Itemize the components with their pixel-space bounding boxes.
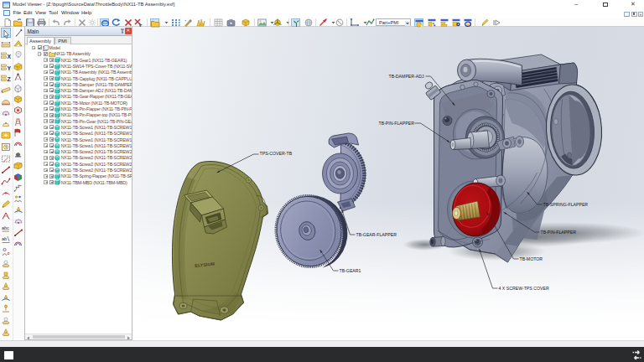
svg-text:TPS-COVER-TB: TPS-COVER-TB [259,151,292,156]
svg-text:X: X [8,54,12,59]
svg-text:TB-SPRING-FLAPPER: TB-SPRING-FLAPPER [543,202,588,207]
svg-text:TB-GEAR-FLAPPER: TB-GEAR-FLAPPER [356,232,397,237]
svg-text:o: o [8,251,10,256]
svg-text:Z: Z [8,76,12,82]
svg-text:TB-DAMPER-ADJ: TB-DAMPER-ADJ [388,74,423,79]
svg-text:TB-PIN-FLAPPER: TB-PIN-FLAPPER [540,230,576,235]
svg-text:TB-GEAR1: TB-GEAR1 [339,268,361,273]
svg-text:ab: ab [2,236,7,241]
svg-text:TB-MOTOR: TB-MOTOR [519,256,543,261]
svg-text:abc: abc [2,225,9,230]
svg-text:4 X SCREW-TPS COVER: 4 X SCREW-TPS COVER [498,286,548,291]
svg-text:TB-PIN-FLAPPER: TB-PIN-FLAPPER [378,121,414,126]
svg-text:Y: Y [8,65,12,71]
